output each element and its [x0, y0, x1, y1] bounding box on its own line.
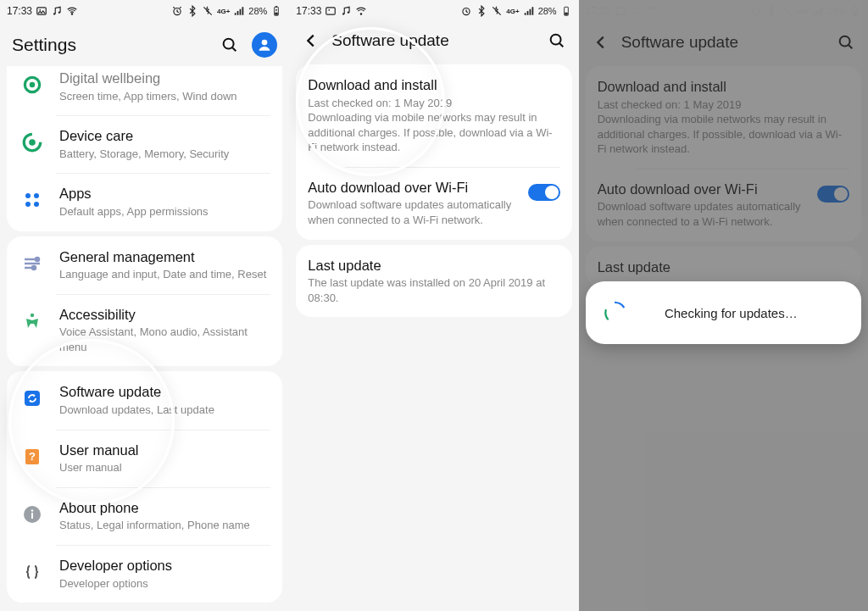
svg-point-19 — [36, 258, 39, 261]
bluetooth-icon — [186, 5, 198, 17]
status-bar: 17:33 4G+ 28% — [289, 0, 578, 22]
item-title: Last update — [308, 257, 559, 275]
bluetooth-icon — [476, 5, 487, 17]
svg-point-14 — [29, 139, 36, 146]
music-icon — [340, 5, 352, 17]
account-button[interactable] — [252, 32, 277, 58]
svg-point-3 — [58, 12, 60, 14]
svg-rect-22 — [25, 391, 40, 406]
spinner-icon — [603, 300, 628, 325]
image-icon — [36, 5, 47, 17]
settings-group: Download and install Last checked on: 1 … — [296, 64, 571, 240]
settings-item-developer[interactable]: Developer options Developer options — [7, 545, 282, 603]
item-title: Software update — [59, 383, 270, 401]
back-button[interactable] — [301, 31, 321, 51]
svg-point-20 — [32, 266, 36, 269]
software-update-icon — [19, 385, 46, 412]
page-title: Settings — [12, 35, 209, 55]
wifi-icon — [66, 5, 78, 17]
settings-item-software-update[interactable]: Software update Download updates, Last u… — [7, 371, 282, 429]
settings-list[interactable]: Digital wellbeing Screen time, App timer… — [0, 66, 289, 608]
item-title: Download and install — [308, 76, 559, 94]
item-last-update[interactable]: Last update The last update was installe… — [296, 245, 571, 318]
item-subtitle: Voice Assistant, Mono audio, Assistant m… — [59, 325, 270, 354]
phone-settings: 17:33 4G+ 28% Settings — [0, 0, 289, 611]
data-icon: 4G+ — [506, 5, 519, 17]
item-subtitle: Download software updates automatically … — [308, 197, 519, 227]
svg-point-12 — [30, 82, 36, 88]
vibrate-icon — [202, 5, 214, 17]
data-icon: 4G+ — [217, 5, 230, 17]
svg-point-30 — [342, 13, 344, 14]
vibrate-icon — [491, 5, 503, 17]
svg-point-29 — [329, 9, 331, 11]
settings-item-user-manual[interactable]: ? User manual User manual — [7, 430, 282, 487]
svg-rect-7 — [275, 6, 277, 7]
item-title: User manual — [59, 442, 270, 459]
battery-icon — [560, 5, 572, 17]
settings-group: Digital wellbeing Screen time, App timer… — [7, 66, 282, 231]
item-subtitle: Battery, Storage, Memory, Security — [59, 147, 270, 162]
wellbeing-icon — [19, 71, 46, 98]
svg-point-15 — [25, 193, 31, 198]
image-icon — [325, 5, 337, 17]
auto-download-toggle[interactable] — [528, 184, 560, 201]
item-title: Developer options — [59, 557, 270, 575]
alarm-icon — [171, 5, 183, 17]
search-button[interactable] — [547, 31, 567, 51]
item-title: Digital wellbeing — [59, 69, 270, 87]
settings-header: Settings — [0, 22, 289, 66]
phone-checking-updates: 17:33 · 4G+ 28% Software update — [579, 0, 868, 611]
item-title: About phone — [59, 499, 270, 517]
settings-item-apps[interactable]: Apps Default apps, App permissions — [7, 173, 282, 231]
item-subtitle: The last update was installed on 20 Apri… — [308, 275, 559, 305]
item-title: Accessibility — [59, 306, 270, 324]
apps-icon — [19, 186, 46, 214]
svg-point-27 — [31, 509, 34, 512]
svg-point-2 — [53, 13, 55, 14]
svg-rect-28 — [326, 8, 336, 14]
svg-point-4 — [71, 14, 72, 14]
svg-point-32 — [361, 14, 362, 14]
settings-item-devicecare[interactable]: Device care Battery, Storage, Memory, Se… — [7, 115, 282, 173]
settings-item-wellbeing[interactable]: Digital wellbeing Screen time, App timer… — [7, 66, 282, 115]
item-auto-download[interactable]: Auto download over Wi-Fi Download softwa… — [296, 167, 571, 240]
page-title: Software update — [331, 31, 536, 50]
item-subtitle: User manual — [59, 460, 270, 475]
developer-icon — [19, 558, 46, 586]
svg-point-18 — [34, 202, 39, 207]
svg-point-16 — [34, 193, 39, 198]
general-icon — [19, 250, 46, 277]
battery-icon — [270, 5, 282, 17]
status-bar: 17:33 4G+ 28% — [0, 0, 289, 22]
item-subtitle: Default apps, App permissions — [59, 204, 270, 219]
svg-rect-8 — [275, 13, 279, 15]
svg-point-31 — [348, 12, 349, 14]
devicecare-icon — [19, 129, 46, 156]
status-time: 17:33 — [296, 5, 321, 17]
item-download-install[interactable]: Download and install Last checked on: 1 … — [296, 64, 571, 167]
item-subtitle: Developer options — [59, 576, 270, 592]
item-title: General management — [59, 248, 270, 266]
svg-point-36 — [550, 35, 560, 45]
settings-item-about[interactable]: About phone Status, Legal information, P… — [7, 487, 282, 545]
item-title: Auto download over Wi-Fi — [308, 179, 519, 197]
settings-item-accessibility[interactable]: Accessibility Voice Assistant, Mono audi… — [7, 294, 282, 367]
software-update-list[interactable]: Download and install Last checked on: 1 … — [289, 64, 578, 317]
svg-point-17 — [25, 202, 31, 207]
item-subtitle: Screen time, App timers, Wind down — [59, 89, 270, 104]
item-subtitle: Last checked on: 1 May 2019 Downloading … — [308, 96, 559, 155]
status-battery-text: 28% — [538, 6, 557, 16]
settings-item-general[interactable]: General management Language and input, D… — [7, 236, 282, 294]
settings-group: Software update Download updates, Last u… — [7, 371, 282, 603]
item-subtitle: Download updates, Last update — [59, 403, 270, 418]
settings-group: General management Language and input, D… — [7, 236, 282, 367]
music-icon — [51, 5, 63, 17]
search-button[interactable] — [220, 35, 240, 55]
svg-point-9 — [224, 39, 234, 49]
item-subtitle: Status, Legal information, Phone name — [59, 518, 270, 533]
about-icon — [19, 501, 46, 528]
signal-icon — [233, 5, 245, 17]
svg-point-21 — [31, 313, 34, 316]
accessibility-icon — [19, 308, 46, 335]
